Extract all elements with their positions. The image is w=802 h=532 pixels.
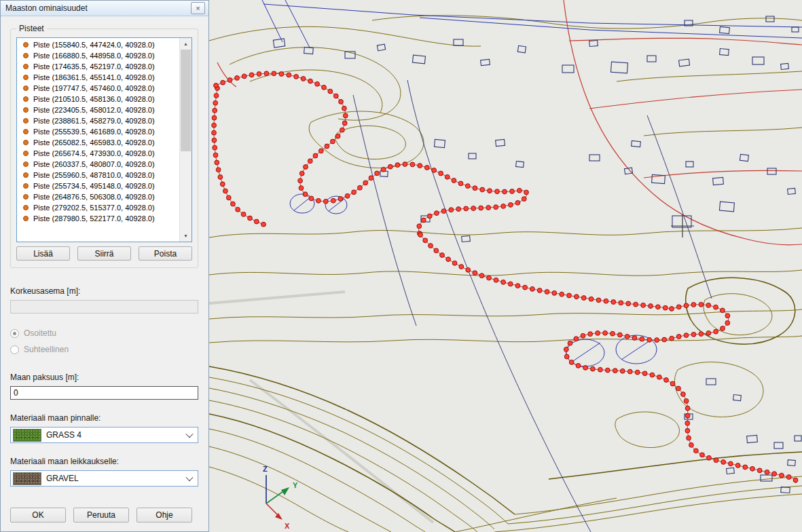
terrain-point-dot[interactable] bbox=[714, 305, 718, 309]
terrain-point-dot[interactable] bbox=[315, 81, 320, 86]
terrain-point-dot[interactable] bbox=[473, 186, 477, 191]
terrain-point-dot[interactable] bbox=[423, 238, 428, 243]
terrain-point-dot[interactable] bbox=[236, 207, 240, 212]
terrain-point-dot[interactable] bbox=[464, 206, 469, 211]
terrain-point-dot[interactable] bbox=[664, 378, 669, 383]
point-list-item[interactable]: Piste (255539.5, 461689.0, 40928.0) bbox=[17, 126, 179, 137]
terrain-point-dot[interactable] bbox=[605, 368, 610, 373]
terrain-point-dot[interactable] bbox=[301, 77, 306, 81]
terrain-point-dot[interactable] bbox=[793, 478, 798, 482]
terrain-point-dot[interactable] bbox=[707, 455, 712, 460]
terrain-point-dot[interactable] bbox=[214, 94, 219, 98]
terrain-point-dot[interactable] bbox=[465, 184, 470, 189]
terrain-point-dot[interactable] bbox=[620, 368, 625, 373]
terrain-point-dot[interactable] bbox=[223, 189, 228, 193]
terrain-point-dot[interactable] bbox=[323, 199, 328, 204]
terrain-point-dot[interactable] bbox=[619, 301, 623, 305]
terrain-point-dot[interactable] bbox=[687, 436, 691, 440]
terrain-point-dot[interactable] bbox=[421, 218, 426, 223]
terrain-point-dot[interactable] bbox=[699, 302, 704, 307]
terrain-point-dot[interactable] bbox=[691, 303, 696, 307]
terrain-point-dot[interactable] bbox=[588, 332, 593, 337]
radio-osoitettu[interactable]: Osoitettu bbox=[10, 328, 198, 338]
terrain-point-dot[interactable] bbox=[649, 304, 653, 309]
terrain-point-dot[interactable] bbox=[694, 449, 699, 453]
terrain-point-dot[interactable] bbox=[331, 198, 335, 203]
terrain-point-dot[interactable] bbox=[689, 442, 694, 447]
terrain-point-dot[interactable] bbox=[388, 164, 393, 169]
terrain-point-dot[interactable] bbox=[338, 197, 343, 202]
terrain-point-dot[interactable] bbox=[517, 188, 522, 193]
point-list-item[interactable]: Piste (255734.5, 495148.0, 40928.0) bbox=[17, 180, 179, 191]
terrain-point-dot[interactable] bbox=[303, 192, 308, 197]
close-button[interactable]: × bbox=[191, 2, 205, 14]
point-list-item[interactable]: Piste (186361.5, 455141.0, 40928.0) bbox=[17, 72, 179, 83]
terrain-point-dot[interactable] bbox=[471, 206, 476, 211]
terrain-point-dot[interactable] bbox=[581, 296, 586, 301]
terrain-point-dot[interactable] bbox=[403, 162, 407, 167]
terrain-point-dot[interactable] bbox=[429, 244, 433, 248]
terrain-point-dot[interactable] bbox=[670, 307, 674, 311]
terrain-point-dot[interactable] bbox=[343, 113, 348, 118]
terrain-point-dot[interactable] bbox=[213, 100, 218, 105]
terrain-point-dot[interactable] bbox=[458, 181, 463, 186]
terrain-point-dot[interactable] bbox=[515, 200, 520, 205]
terrain-point-dot[interactable] bbox=[495, 189, 500, 194]
terrain-point-dot[interactable] bbox=[685, 421, 690, 425]
terrain-point-dot[interactable] bbox=[656, 305, 661, 309]
terrain-point-dot[interactable] bbox=[501, 204, 506, 209]
terrain-point-dot[interactable] bbox=[318, 149, 323, 153]
terrain-point-dot[interactable] bbox=[316, 198, 321, 203]
help-button[interactable]: Ohje bbox=[136, 508, 192, 522]
terrain-point-dot[interactable] bbox=[685, 428, 690, 433]
point-list-item[interactable]: Piste (223405.5, 458012.0, 40928.0) bbox=[17, 104, 179, 115]
terrain-point-dot[interactable] bbox=[479, 206, 484, 210]
terrain-point-dot[interactable] bbox=[574, 337, 579, 341]
terrain-point-dot[interactable] bbox=[369, 176, 373, 180]
terrain-point-dot[interactable] bbox=[494, 205, 498, 210]
point-list-item[interactable]: Piste (265674.5, 473930.0, 40928.0) bbox=[17, 148, 179, 159]
terrain-point-dot[interactable] bbox=[309, 196, 314, 201]
terrain-point-dot[interactable] bbox=[626, 301, 631, 306]
terrain-point-dot[interactable] bbox=[772, 472, 777, 476]
map-viewport[interactable]: Z Y X bbox=[209, 0, 802, 532]
terrain-point-dot[interactable] bbox=[333, 94, 338, 98]
terrain-point-dot[interactable] bbox=[560, 292, 564, 297]
terrain-point-dot[interactable] bbox=[439, 171, 443, 176]
terrain-point-dot[interactable] bbox=[221, 80, 225, 85]
terrain-point-dot[interactable] bbox=[213, 153, 218, 157]
terrain-point-dot[interactable] bbox=[212, 123, 217, 128]
terrain-point-dot[interactable] bbox=[657, 375, 662, 379]
terrain-point-dot[interactable] bbox=[235, 76, 240, 81]
terrain-point-dot[interactable] bbox=[345, 193, 350, 198]
terrain-point-dot[interactable] bbox=[488, 189, 492, 193]
terrain-point-dot[interactable] bbox=[254, 219, 259, 224]
terrain-point-dot[interactable] bbox=[684, 399, 689, 404]
terrain-point-dot[interactable] bbox=[213, 108, 217, 113]
terrain-point-dot[interactable] bbox=[479, 273, 484, 278]
terrain-point-dot[interactable] bbox=[522, 197, 526, 202]
point-list-item[interactable]: Piste (265082.5, 465983.0, 40928.0) bbox=[17, 137, 179, 148]
terrain-point-chains[interactable] bbox=[212, 71, 798, 483]
point-list-item[interactable]: Piste (155840.5, 447424.0, 40928.0) bbox=[17, 39, 179, 50]
terrain-point-dot[interactable] bbox=[212, 130, 217, 135]
terrain-point-dot[interactable] bbox=[435, 211, 439, 216]
terrain-point-dot[interactable] bbox=[287, 73, 291, 77]
terrain-point-dot[interactable] bbox=[257, 72, 261, 77]
terrain-point-dot[interactable] bbox=[501, 280, 506, 284]
terrain-point-dot[interactable] bbox=[714, 329, 718, 334]
terrain-point-dot[interactable] bbox=[589, 297, 594, 301]
terrain-point-dot[interactable] bbox=[508, 282, 513, 286]
terrain-point-dot[interactable] bbox=[473, 271, 477, 276]
terrain-point-dot[interactable] bbox=[676, 386, 681, 391]
terrain-point-dot[interactable] bbox=[676, 305, 681, 309]
terrain-point-dot[interactable] bbox=[226, 195, 231, 200]
terrain-point-dot[interactable] bbox=[524, 190, 529, 195]
terrain-points[interactable] bbox=[212, 71, 798, 482]
point-list-item[interactable]: Piste (279202.5, 515377.0, 40928.0) bbox=[17, 202, 179, 213]
remove-point-button[interactable]: Poista bbox=[139, 246, 192, 261]
terrain-point-dot[interactable] bbox=[729, 461, 733, 466]
move-point-button[interactable]: Siirrä bbox=[77, 246, 131, 261]
terrain-point-dot[interactable] bbox=[725, 321, 730, 326]
terrain-point-dot[interactable] bbox=[424, 166, 429, 170]
